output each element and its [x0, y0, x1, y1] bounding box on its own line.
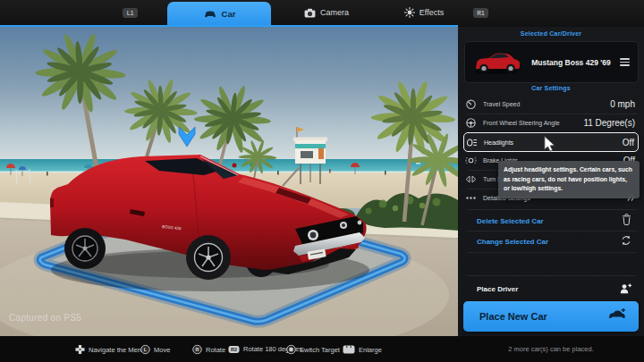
svg-text:R: R: [196, 347, 199, 352]
place-new-car-label: Place New Car: [479, 311, 547, 322]
selected-car-name: Mustang Boss 429 '69: [522, 58, 620, 67]
change-selected-car-button[interactable]: Change Selected Car: [458, 232, 644, 251]
control-rotate: R Rotate: [192, 344, 225, 354]
touchpad-icon: [343, 344, 355, 354]
tab-camera-label: Camera: [320, 8, 349, 17]
selected-car-driver-header: Selected Car/Driver: [458, 30, 644, 37]
camera-icon: [304, 8, 316, 18]
scene-photo: BOSS 429: [0, 27, 458, 336]
change-selected-car-label: Change Selected Car: [477, 238, 548, 246]
brake-light-icon: [465, 155, 477, 166]
settings-panel: Selected Car/Driver Mustang Boss 429 '69…: [458, 27, 644, 336]
setting-value: 0 mph: [610, 99, 639, 109]
captured-on-ps5-watermark: Captured on PS5: [9, 313, 81, 323]
rear-wheel: [64, 228, 106, 269]
turn-signal-icon: [465, 173, 477, 185]
car-icon: [203, 9, 217, 19]
control-label: Navigate the Menu: [89, 345, 145, 353]
tab-car-label: Car: [222, 9, 236, 19]
control-label: Switch Target: [300, 345, 340, 353]
scene-viewport[interactable]: BOSS 429 Captured on PS5: [0, 27, 458, 336]
stick-press-icon: [286, 344, 296, 354]
gt7-scapes-screen: L1 R1 Car Camera Effects: [0, 0, 644, 362]
cars-remaining-note: 2 more car(s) can be placed.: [458, 336, 644, 362]
add-driver-icon: [620, 282, 632, 298]
selected-car-card[interactable]: Mustang Boss 429 '69: [464, 41, 639, 83]
delete-selected-car-button[interactable]: Delete Selected Car: [458, 211, 644, 231]
setting-label: Travel Speed: [483, 101, 520, 107]
control-navigate-menu: Navigate the Menu: [75, 344, 145, 354]
car-menu-icon[interactable]: [620, 56, 630, 67]
swap-refresh-icon: [621, 233, 631, 249]
control-switch-target: Switch Target: [286, 344, 340, 354]
right-stick-icon: R: [192, 344, 202, 354]
controls-bar: Navigate the Menu L Move R Rotate R2 Rot…: [0, 336, 644, 362]
headlights-tooltip: Adjust headlight settings. Certain cars,…: [498, 161, 640, 198]
dpad-icon: [75, 344, 85, 354]
control-label: Move: [154, 345, 170, 353]
tab-effects-label: Effects: [419, 8, 444, 17]
r2-button-icon: R2: [228, 345, 240, 354]
trash-icon: [622, 213, 631, 229]
add-car-icon: [608, 308, 626, 324]
setting-label: Front Wheel Steering Angle: [483, 120, 560, 126]
control-move: L Move: [140, 344, 170, 354]
setting-row-travel-speed[interactable]: Travel Speed 0 mph: [465, 95, 639, 114]
detailed-settings-dots-icon: [465, 192, 477, 204]
mouse-cursor: [544, 136, 555, 152]
delete-selected-car-label: Delete Selected Car: [477, 217, 544, 225]
effects-brightness-icon: [404, 7, 415, 18]
r1-bumper-icon: R1: [473, 8, 488, 18]
place-new-car-button[interactable]: Place New Car: [463, 301, 639, 332]
front-wheel: [186, 235, 231, 280]
setting-value: 11 Degree(s): [583, 118, 639, 128]
setting-row-steering-angle[interactable]: Front Wheel Steering Angle 11 Degree(s): [465, 114, 639, 132]
steering-wheel-icon: [465, 117, 477, 129]
car-settings-header: Car Settings: [458, 85, 644, 91]
l1-bumper-icon: L1: [123, 8, 138, 18]
left-stick-icon: L: [140, 344, 150, 354]
place-driver-label: Place Driver: [477, 285, 518, 293]
setting-value: Off: [623, 138, 638, 147]
control-enlarge: Enlarge: [343, 344, 382, 354]
svg-text:R2: R2: [231, 347, 237, 352]
tab-camera[interactable]: Camera: [286, 0, 367, 25]
headlight-icon: [466, 137, 478, 148]
control-label: Enlarge: [359, 345, 382, 353]
setting-label: Headlights: [484, 139, 513, 146]
car-thumbnail: [470, 47, 522, 78]
place-driver-button[interactable]: Place Driver: [458, 277, 644, 301]
speedometer-icon: [465, 98, 477, 110]
tab-car[interactable]: Car: [167, 2, 271, 25]
control-label: Rotate: [206, 345, 225, 353]
tab-effects[interactable]: Effects: [386, 0, 462, 25]
